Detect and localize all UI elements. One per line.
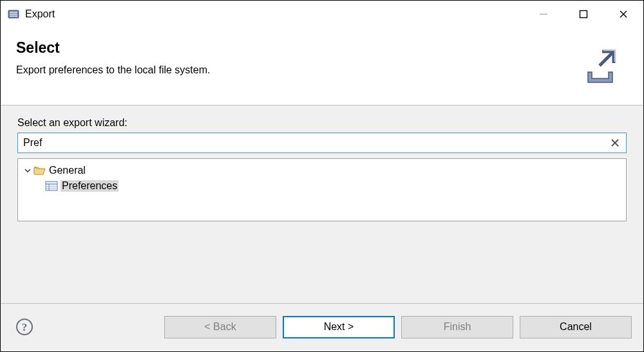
svg-rect-10	[46, 181, 57, 190]
wizard-header: Select Export preferences to the local f…	[1, 28, 643, 105]
help-button[interactable]: ?	[15, 317, 34, 337]
svg-text:?: ?	[22, 321, 28, 333]
wizard-tree[interactable]: General Preferences	[17, 158, 627, 221]
clear-filter-icon[interactable]	[609, 137, 621, 149]
minimize-button[interactable]	[524, 1, 564, 28]
wizard-filter-input[interactable]	[23, 137, 609, 149]
tree-group-general[interactable]: General	[22, 163, 622, 178]
page-title: Select	[16, 39, 576, 57]
export-app-icon	[7, 8, 20, 21]
cancel-button[interactable]: Cancel	[520, 316, 632, 338]
chevron-down-icon[interactable]	[22, 167, 33, 174]
svg-rect-2	[10, 14, 17, 15]
back-button[interactable]: < Back	[164, 316, 276, 338]
tree-item-preferences[interactable]: Preferences	[22, 178, 622, 194]
window-controls	[524, 1, 643, 28]
close-button[interactable]	[603, 1, 643, 28]
finish-button[interactable]: Finish	[401, 316, 513, 338]
wizard-footer: ? < Back Next > Finish Cancel	[1, 304, 643, 350]
wizard-filter-row	[17, 133, 627, 153]
next-button[interactable]: Next >	[283, 316, 395, 338]
svg-rect-1	[10, 12, 17, 13]
titlebar: Export	[1, 1, 643, 28]
window-title: Export	[25, 8, 55, 20]
wizard-body: Select an export wizard: General	[1, 105, 643, 304]
tree-group-label: General	[49, 165, 86, 176]
svg-rect-3	[10, 15, 17, 17]
maximize-button[interactable]	[564, 1, 603, 28]
svg-rect-5	[580, 11, 587, 18]
page-description: Export preferences to the local file sys…	[16, 64, 576, 76]
export-banner-icon	[576, 44, 621, 89]
wizard-filter-label: Select an export wizard:	[17, 117, 627, 129]
preferences-icon	[45, 180, 58, 192]
folder-open-icon	[33, 165, 46, 176]
tree-item-label: Preferences	[61, 180, 118, 192]
